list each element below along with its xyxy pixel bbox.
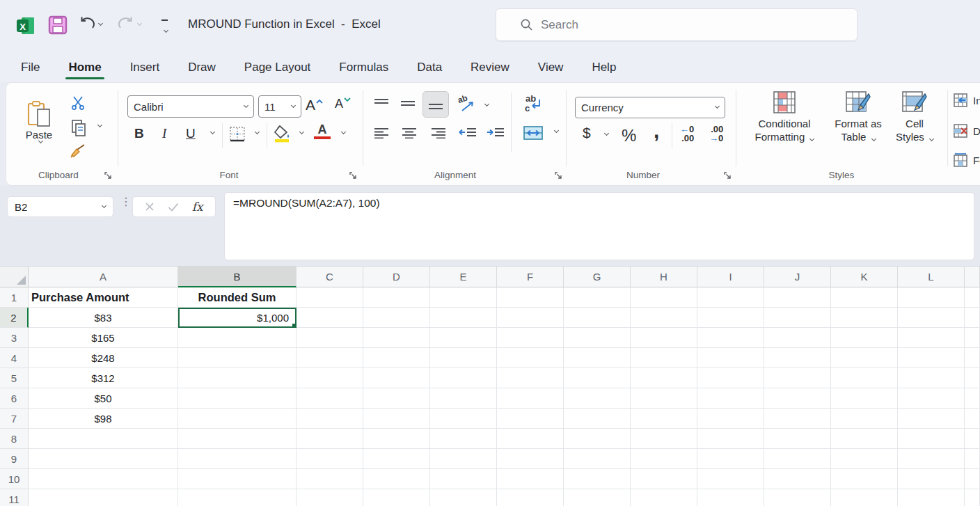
tab-data[interactable]: Data — [416, 54, 443, 81]
tab-review[interactable]: Review — [469, 54, 511, 81]
search-input[interactable]: Search — [496, 8, 858, 41]
row-header-9[interactable]: 9 — [0, 449, 29, 469]
cell-B11[interactable] — [178, 489, 297, 506]
cell-J6[interactable] — [764, 388, 831, 409]
undo-button[interactable] — [78, 15, 102, 33]
insert-cells-button[interactable]: Insert — [953, 93, 980, 108]
decrease-decimal-button[interactable]: .00→0 — [709, 125, 723, 143]
cell-A5[interactable]: $312 — [29, 368, 178, 388]
comma-style-button[interactable]: , — [654, 119, 659, 143]
cell-K3[interactable] — [831, 328, 898, 348]
cell-F5[interactable] — [497, 368, 564, 388]
name-box[interactable]: B2 — [7, 196, 113, 217]
paste-button[interactable]: Paste — [19, 90, 59, 154]
cell-A2[interactable]: $83 — [29, 308, 178, 328]
cell-E3[interactable] — [430, 328, 497, 348]
column-header-G[interactable]: G — [564, 267, 631, 287]
cell-B1[interactable]: Rounded Sum — [178, 287, 297, 308]
borders-button[interactable] — [229, 126, 246, 143]
cell-I5[interactable] — [697, 368, 764, 388]
cell-H3[interactable] — [631, 328, 697, 348]
cell-K1[interactable] — [831, 287, 898, 308]
cell-G1[interactable] — [564, 287, 631, 308]
format-cells-button[interactable]: Format — [953, 152, 980, 168]
excel-app-icon[interactable]: X — [15, 15, 36, 36]
cell-K5[interactable] — [831, 368, 898, 388]
cell-C9[interactable] — [297, 449, 363, 469]
cell-L11[interactable] — [898, 489, 965, 506]
bold-button[interactable]: B — [134, 126, 144, 141]
row-header-1[interactable]: 1 — [0, 287, 29, 308]
cell-G10[interactable] — [564, 469, 631, 489]
cell-I4[interactable] — [697, 348, 764, 368]
fill-color-button[interactable] — [274, 125, 292, 143]
cell-H6[interactable] — [631, 388, 697, 409]
underline-button[interactable]: U — [186, 126, 196, 141]
cell-K6[interactable] — [831, 388, 898, 409]
column-header-A[interactable]: A — [29, 267, 178, 287]
cell-F7[interactable] — [497, 409, 564, 429]
cell-K8[interactable] — [831, 429, 898, 449]
cut-button[interactable] — [70, 95, 86, 111]
cell-A6[interactable]: $50 — [29, 388, 178, 409]
cell-E9[interactable] — [430, 449, 497, 469]
cell-B7[interactable] — [178, 409, 297, 429]
column-header-I[interactable]: I — [697, 267, 764, 287]
cell-K4[interactable] — [831, 348, 898, 368]
decrease-indent-button[interactable] — [459, 127, 477, 139]
cell-D9[interactable] — [363, 449, 430, 469]
cell-D7[interactable] — [363, 409, 430, 429]
cell-G6[interactable] — [564, 388, 631, 409]
column-header-L[interactable]: L — [898, 267, 965, 287]
cell-E6[interactable] — [430, 388, 497, 409]
cell-D8[interactable] — [363, 429, 430, 449]
cell-L7[interactable] — [898, 409, 965, 429]
conditional-formatting-button[interactable]: Conditional Formatting — [750, 90, 819, 143]
cell-H4[interactable] — [631, 348, 697, 368]
cell-K9[interactable] — [831, 449, 898, 469]
cell-J2[interactable] — [764, 308, 831, 328]
cell-B10[interactable] — [178, 469, 297, 489]
accounting-format-button[interactable]: $ — [583, 125, 591, 141]
cell-H2[interactable] — [631, 308, 697, 328]
cell-C7[interactable] — [297, 409, 363, 429]
align-center-button[interactable] — [402, 127, 417, 139]
save-icon[interactable] — [47, 15, 68, 35]
cell-B4[interactable] — [178, 348, 297, 368]
cell-I6[interactable] — [697, 388, 764, 409]
cell-F2[interactable] — [497, 308, 564, 328]
cell-E5[interactable] — [430, 368, 497, 388]
cell-J5[interactable] — [764, 368, 831, 388]
cell-L4[interactable] — [898, 348, 965, 368]
cell-I3[interactable] — [697, 328, 764, 348]
cell-K2[interactable] — [831, 308, 898, 328]
cell-F11[interactable] — [497, 489, 564, 506]
cell-G7[interactable] — [564, 409, 631, 429]
format-as-table-button[interactable]: Format as Table — [828, 90, 889, 143]
cell-A4[interactable]: $248 — [29, 348, 178, 368]
cell-E1[interactable] — [430, 287, 497, 308]
cell-L3[interactable] — [898, 328, 965, 348]
cell-H5[interactable] — [631, 368, 697, 388]
copy-button[interactable] — [70, 119, 87, 137]
cell-J11[interactable] — [764, 489, 831, 506]
cell-E10[interactable] — [430, 469, 497, 489]
cell-H1[interactable] — [631, 287, 697, 308]
cell-L8[interactable] — [898, 429, 965, 449]
cell-G3[interactable] — [564, 328, 631, 348]
row-header-6[interactable]: 6 — [0, 388, 29, 409]
cell-E11[interactable] — [430, 489, 497, 506]
font-size-combobox[interactable]: 11 — [258, 95, 301, 118]
cell-H11[interactable] — [631, 489, 697, 506]
cell-I2[interactable] — [697, 308, 764, 328]
cell-A8[interactable] — [29, 429, 178, 449]
formula-input[interactable]: =MROUND(SUM(A2:A7), 100) — [224, 192, 974, 260]
cell-B6[interactable] — [178, 388, 297, 409]
cell-B2[interactable]: $1,000 — [178, 308, 297, 328]
row-header-3[interactable]: 3 — [0, 328, 29, 348]
cell-L10[interactable] — [898, 469, 965, 489]
align-top-button[interactable] — [374, 98, 389, 109]
orientation-button[interactable]: ab — [457, 94, 477, 113]
undo-dropdown-icon[interactable] — [98, 20, 103, 25]
tab-formulas[interactable]: Formulas — [338, 54, 390, 81]
